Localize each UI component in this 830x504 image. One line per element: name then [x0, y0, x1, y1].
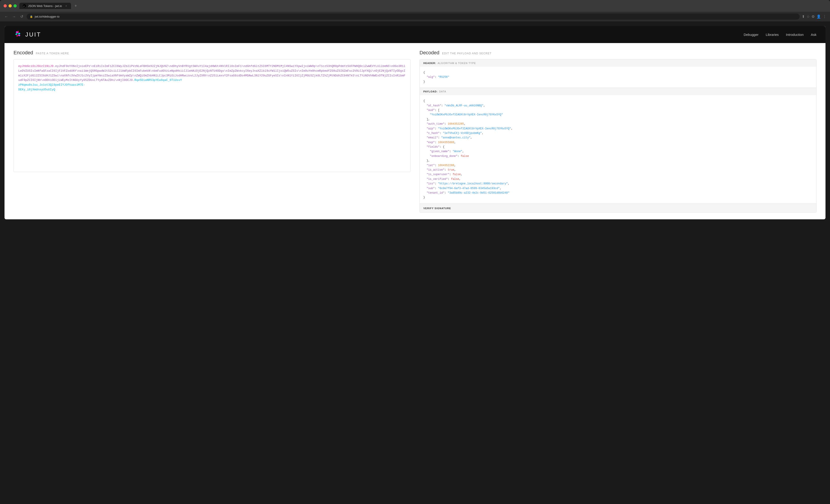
- encoded-heading: Encoded PASTE A TOKEN HERE: [13, 50, 411, 56]
- header-panel-label: HEADER:: [423, 62, 436, 64]
- encoded-token-box[interactable]: eyJhbGciOiJSUzI1NiJ9.eyJhdF9oYXNoIjoieEP…: [13, 59, 411, 172]
- payload-panel-sublabel: DATA: [439, 90, 446, 93]
- address-text: jwt.io/#debugger-io: [35, 15, 60, 18]
- header-panel-header: HEADER: ALGORITHM & TOKEN TYPE: [420, 60, 816, 67]
- tab-title: JSON Web Tokens - jwt.io: [28, 4, 62, 8]
- browser-actions: ⬆ ☆ ⚙ 👤 ⋮: [802, 14, 826, 19]
- traffic-lights: [4, 4, 17, 7]
- tab-favicon: J: [23, 4, 26, 8]
- verify-signature-panel: VERIFY SIGNATURE: [420, 204, 816, 212]
- profile-icon[interactable]: 👤: [817, 14, 821, 19]
- page-wrapper: JUIT Debugger Libraries Introduction Ask…: [0, 22, 830, 224]
- decoded-box: HEADER: ALGORITHM & TOKEN TYPE { "alg": …: [419, 59, 817, 212]
- close-button[interactable]: [4, 4, 7, 7]
- browser-navbar: ← → ↺ 🔒 jwt.io/#debugger-io ⬆ ☆ ⚙ 👤 ⋮: [0, 12, 830, 22]
- svg-marker-4: [18, 34, 20, 36]
- encoded-section: Encoded PASTE A TOKEN HERE eyJhbGciOiJSU…: [13, 50, 411, 212]
- browser-window: J JSON Web Tokens - jwt.io × + ← → ↺ 🔒 j…: [0, 0, 830, 224]
- decoded-section: Decoded EDIT THE PAYLOAD AND SECRET HEAD…: [419, 50, 817, 212]
- refresh-button[interactable]: ↺: [19, 14, 24, 20]
- bookmark-icon[interactable]: ☆: [806, 14, 810, 19]
- encoded-subtitle: PASTE A TOKEN HERE: [36, 52, 69, 55]
- share-icon[interactable]: ⬆: [802, 14, 805, 19]
- browser-titlebar: J JSON Web Tokens - jwt.io × +: [0, 0, 830, 12]
- minimize-button[interactable]: [8, 4, 12, 7]
- svg-marker-3: [18, 33, 20, 34]
- new-tab-button[interactable]: +: [75, 4, 77, 8]
- address-bar[interactable]: 🔒 jwt.io/#debugger-io: [27, 13, 800, 20]
- decoded-title: Decoded: [419, 50, 439, 56]
- forward-button[interactable]: →: [11, 14, 17, 20]
- header-panel-sublabel: ALGORITHM & TOKEN TYPE: [438, 62, 476, 64]
- browser-tab[interactable]: J JSON Web Tokens - jwt.io ×: [20, 3, 71, 9]
- svg-text:J: J: [24, 5, 24, 7]
- verify-signature-label: VERIFY SIGNATURE: [423, 207, 451, 210]
- lock-icon: 🔒: [30, 15, 33, 18]
- menu-icon[interactable]: ⋮: [823, 14, 826, 19]
- token-header-part: eyJhbGciOiJSUzI1NiJ9.: [18, 64, 55, 68]
- svg-marker-5: [16, 34, 18, 37]
- site-nav: Debugger Libraries Introduction Ask: [744, 33, 817, 36]
- payload-panel-content[interactable]: { "at_hash": "xWsDb_ALRF-uu_oKA16NBQ", "…: [420, 95, 816, 204]
- nav-ask[interactable]: Ask: [811, 33, 817, 36]
- header-panel: HEADER: ALGORITHM & TOKEN TYPE { "alg": …: [420, 60, 816, 88]
- payload-panel-label: PAYLOAD:: [423, 90, 438, 93]
- payload-panel: PAYLOAD: DATA { "at_hash": "xWsDb_ALRF-u…: [420, 88, 816, 204]
- payload-panel-header: PAYLOAD: DATA: [420, 88, 816, 95]
- logo-text: JUIT: [25, 31, 41, 38]
- maximize-button[interactable]: [13, 4, 17, 7]
- logo-area: JUIT: [13, 30, 41, 39]
- nav-introduction[interactable]: Introduction: [786, 33, 804, 36]
- back-button[interactable]: ←: [4, 14, 9, 20]
- jwt-logo-icon: [13, 30, 23, 39]
- tab-close-button[interactable]: ×: [65, 4, 68, 7]
- header-panel-content[interactable]: { "alg": "RS256" }: [420, 67, 816, 88]
- site-header: JUIT Debugger Libraries Introduction Ask: [4, 26, 826, 43]
- decoded-subtitle: EDIT THE PAYLOAD AND SECRET: [442, 52, 492, 55]
- nav-libraries[interactable]: Libraries: [766, 33, 779, 36]
- site-container: JUIT Debugger Libraries Introduction Ask…: [4, 26, 826, 219]
- content-area: Encoded PASTE A TOKEN HERE eyJhbGciOiJSU…: [4, 43, 826, 219]
- token-payload-part: eyJhdF9oYXNoIjoieEPz\nEiRiIsImF1ZCI6WyJZ…: [18, 64, 405, 82]
- encoded-title: Encoded: [13, 50, 33, 56]
- decoded-heading: Decoded EDIT THE PAYLOAD AND SECRET: [419, 50, 817, 56]
- nav-debugger[interactable]: Debugger: [744, 33, 759, 36]
- extensions-icon[interactable]: ⚙: [811, 14, 815, 19]
